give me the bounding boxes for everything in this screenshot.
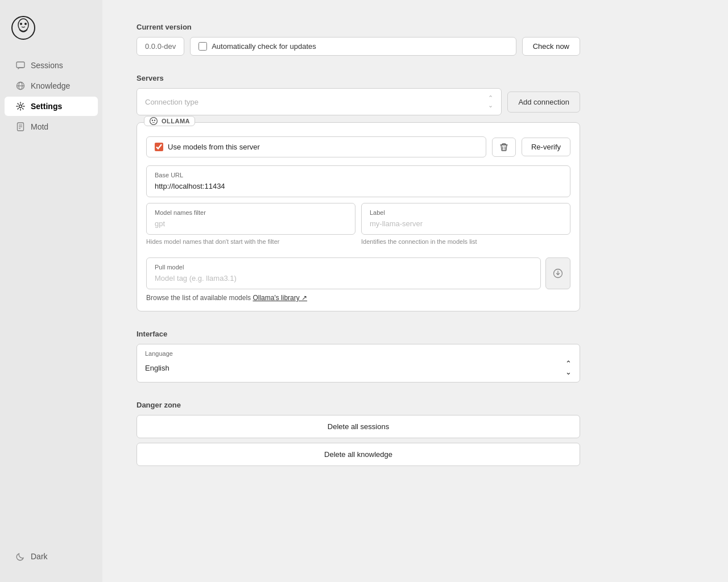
language-arrows-icon: ⌃⌄ bbox=[565, 359, 572, 376]
main-content: Current version 0.0.0-dev Automatically … bbox=[102, 0, 728, 582]
ollama-library-link[interactable]: Ollama's library ↗ bbox=[253, 294, 307, 302]
app-logo bbox=[0, 9, 102, 56]
danger-zone-section: Danger zone Delete all sessions Delete a… bbox=[136, 401, 580, 471]
settings-icon bbox=[16, 102, 25, 111]
sidebar-item-label: Sessions bbox=[31, 61, 63, 70]
delete-knowledge-button[interactable]: Delete all knowledge bbox=[136, 443, 580, 466]
svg-point-0 bbox=[12, 16, 35, 39]
content-wrap: Current version 0.0.0-dev Automatically … bbox=[136, 23, 580, 471]
chat-icon bbox=[16, 61, 25, 70]
browse-text: Browse the list of available models Olla… bbox=[146, 294, 570, 302]
label-input[interactable] bbox=[370, 219, 562, 228]
model-filter-group: Model names filter bbox=[146, 203, 355, 235]
sidebar-nav: Sessions Knowledge Settings M bbox=[0, 56, 102, 540]
base-url-label: Base URL bbox=[155, 172, 562, 178]
download-icon bbox=[553, 268, 563, 278]
language-label: Language bbox=[145, 350, 572, 357]
globe-icon bbox=[16, 81, 25, 90]
check-now-button[interactable]: Check now bbox=[522, 37, 580, 56]
ollama-card-body: Use models from this server Re-verify Ba… bbox=[137, 123, 580, 311]
sidebar-bottom: Dark bbox=[0, 540, 102, 573]
add-connection-button[interactable]: Add connection bbox=[507, 92, 580, 113]
use-models-label: Use models from this server bbox=[168, 143, 260, 151]
svg-point-8 bbox=[19, 105, 22, 108]
version-section: Current version 0.0.0-dev Automatically … bbox=[136, 23, 580, 56]
pull-model-button[interactable] bbox=[545, 257, 570, 289]
ollama-card: OLLAMA Use models from this server bbox=[136, 122, 580, 311]
servers-section: Servers Connection type ⌃⌄ Add connectio… bbox=[136, 74, 580, 311]
svg-point-3 bbox=[24, 23, 27, 25]
model-filter-label: Model names filter bbox=[155, 209, 347, 216]
language-select[interactable]: Language English ⌃⌄ bbox=[136, 344, 580, 383]
pull-model-group: Pull model bbox=[146, 257, 541, 289]
label-hint: Identifies the connection in the models … bbox=[361, 238, 570, 245]
version-badge: 0.0.0-dev bbox=[136, 37, 184, 56]
use-models-checkbox-wrap[interactable]: Use models from this server bbox=[146, 136, 486, 157]
sidebar-item-label: Motd bbox=[31, 122, 48, 131]
sidebar: Sessions Knowledge Settings M bbox=[0, 0, 102, 582]
svg-point-14 bbox=[152, 120, 153, 121]
svg-rect-4 bbox=[16, 62, 24, 68]
sidebar-item-label: Knowledge bbox=[31, 81, 70, 90]
delete-sessions-button[interactable]: Delete all sessions bbox=[136, 415, 580, 438]
two-col-inputs: Model names filter Label bbox=[146, 203, 570, 235]
pull-model-input[interactable] bbox=[155, 274, 532, 282]
connection-type-placeholder: Connection type bbox=[145, 98, 198, 106]
moon-icon bbox=[16, 552, 25, 561]
base-url-input[interactable] bbox=[155, 182, 562, 190]
pull-model-row: Pull model bbox=[146, 257, 570, 289]
servers-section-title: Servers bbox=[136, 74, 580, 82]
connection-type-select[interactable]: Connection type ⌃⌄ bbox=[136, 88, 502, 115]
model-filter-hint: Hides model names that don't start with … bbox=[146, 238, 355, 245]
version-section-title: Current version bbox=[136, 23, 580, 31]
reverify-button[interactable]: Re-verify bbox=[522, 138, 570, 156]
sidebar-item-dark[interactable]: Dark bbox=[5, 547, 98, 566]
model-filter-input[interactable] bbox=[155, 219, 347, 228]
auto-update-checkbox-group[interactable]: Automatically check for updates bbox=[190, 37, 516, 56]
svg-point-15 bbox=[154, 120, 155, 121]
base-url-group: Base URL bbox=[146, 165, 570, 197]
sidebar-item-label: Settings bbox=[31, 102, 62, 111]
label-label: Label bbox=[370, 209, 562, 216]
danger-zone-title: Danger zone bbox=[136, 401, 580, 409]
language-select-row: English ⌃⌄ bbox=[145, 359, 572, 376]
svg-point-2 bbox=[20, 23, 22, 25]
sidebar-item-knowledge[interactable]: Knowledge bbox=[5, 76, 98, 95]
use-models-checkbox[interactable] bbox=[155, 143, 163, 151]
two-col-hints: Hides model names that don't start with … bbox=[146, 238, 570, 251]
ollama-card-header: OLLAMA bbox=[144, 116, 195, 126]
use-models-row: Use models from this server Re-verify bbox=[146, 136, 570, 157]
sidebar-item-label: Dark bbox=[31, 552, 48, 561]
label-group: Label bbox=[361, 203, 570, 235]
delete-server-button[interactable] bbox=[492, 138, 516, 157]
svg-point-13 bbox=[150, 118, 158, 125]
document-icon bbox=[16, 122, 25, 131]
interface-section: Interface Language English ⌃⌄ bbox=[136, 330, 580, 383]
select-arrows-icon: ⌃⌄ bbox=[488, 94, 493, 109]
auto-update-checkbox[interactable] bbox=[198, 42, 207, 51]
sidebar-item-sessions[interactable]: Sessions bbox=[5, 56, 98, 75]
auto-update-label: Automatically check for updates bbox=[212, 42, 316, 51]
sidebar-item-settings[interactable]: Settings bbox=[5, 97, 98, 116]
version-row: 0.0.0-dev Automatically check for update… bbox=[136, 37, 580, 56]
ollama-icon bbox=[149, 117, 158, 126]
trash-icon bbox=[499, 143, 508, 152]
sidebar-item-motd[interactable]: Motd bbox=[5, 117, 98, 136]
ollama-card-label: OLLAMA bbox=[162, 118, 190, 124]
language-value: English bbox=[145, 364, 169, 372]
pull-model-label: Pull model bbox=[155, 264, 532, 271]
interface-section-title: Interface bbox=[136, 330, 580, 338]
servers-row: Connection type ⌃⌄ Add connection bbox=[136, 88, 580, 115]
